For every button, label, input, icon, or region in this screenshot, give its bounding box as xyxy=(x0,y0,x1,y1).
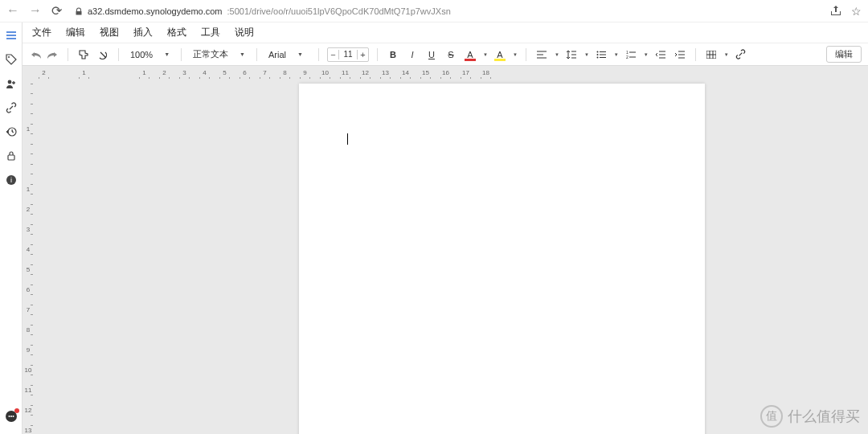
text-cursor xyxy=(347,133,348,145)
lock-icon xyxy=(75,7,83,15)
svg-point-7 xyxy=(8,416,10,417)
paint-format-button[interactable] xyxy=(76,47,91,62)
svg-point-12 xyxy=(596,56,598,58)
highlight-button[interactable]: A xyxy=(493,47,507,62)
chat-icon[interactable] xyxy=(5,410,18,423)
ruler-tick: 6 xyxy=(23,280,34,300)
ruler-tick xyxy=(23,139,34,159)
undo-button[interactable] xyxy=(29,47,43,62)
svg-text:i: i xyxy=(10,176,12,184)
text-color-button[interactable]: A xyxy=(463,47,477,62)
url-host: a32.dsmdemo.synologydemo.com xyxy=(88,6,223,16)
font-size-value[interactable]: 11 xyxy=(339,50,357,59)
watermark-icon: 值 xyxy=(760,405,783,428)
svg-point-0 xyxy=(8,56,10,58)
ruler-tick xyxy=(23,159,34,179)
menu-edit[interactable]: 编辑 xyxy=(66,26,85,39)
ruler-tick: 15 xyxy=(416,69,436,76)
align-button[interactable] xyxy=(534,47,549,62)
line-spacing-button[interactable] xyxy=(564,47,579,62)
ruler-tick: 7 xyxy=(23,300,34,320)
ruler-tick: 12 xyxy=(355,69,375,76)
menu-view[interactable]: 视图 xyxy=(100,26,119,39)
share-user-icon[interactable] xyxy=(5,77,18,90)
ruler-tick: 13 xyxy=(23,420,34,434)
ruler-tick: 1 xyxy=(134,69,154,76)
number-list-button[interactable]: 12 xyxy=(624,47,638,62)
canvas xyxy=(34,79,868,434)
bullet-list-button[interactable] xyxy=(594,47,608,62)
document-page[interactable] xyxy=(299,84,705,434)
font-size-inc[interactable]: + xyxy=(357,50,368,59)
horizontal-ruler[interactable]: 21123456789101112131415161718 xyxy=(34,66,868,79)
forward-button[interactable]: → xyxy=(29,3,42,18)
clear-format-button[interactable] xyxy=(96,47,110,62)
browser-nav: ← → ⟳ xyxy=(6,3,62,18)
style-select[interactable]: 正常文本▼ xyxy=(190,48,248,60)
italic-button[interactable]: I xyxy=(405,47,420,62)
info-icon[interactable]: i xyxy=(5,174,18,186)
zoom-select[interactable]: 100%▼ xyxy=(127,50,173,59)
insert-link-button[interactable] xyxy=(734,47,748,62)
back-button[interactable]: ← xyxy=(6,3,19,18)
ruler-tick: 5 xyxy=(215,69,235,76)
ruler-tick: 4 xyxy=(23,240,34,260)
url-path: :5001/drive/oo/r/uuoi51lpV6QpoCdK70dMtQ7… xyxy=(227,6,451,16)
font-select[interactable]: Arial▼ xyxy=(265,50,310,59)
svg-point-1 xyxy=(7,80,11,84)
ruler-tick xyxy=(23,79,34,99)
ruler-tick: 18 xyxy=(476,69,496,76)
ruler-tick: 11 xyxy=(335,69,355,76)
lock-rail-icon[interactable] xyxy=(5,149,18,162)
ruler-tick xyxy=(23,99,34,119)
ruler-tick: 8 xyxy=(275,69,295,76)
ruler-tick: 4 xyxy=(194,69,215,76)
font-size-dec[interactable]: − xyxy=(328,50,339,59)
ruler-tick: 3 xyxy=(174,69,194,76)
menu-help[interactable]: 说明 xyxy=(235,26,254,39)
svg-rect-3 xyxy=(8,155,14,160)
chevron-down-icon[interactable]: ▼ xyxy=(483,52,488,57)
ruler-tick: 8 xyxy=(23,320,34,340)
menu-file[interactable]: 文件 xyxy=(32,26,51,39)
link-icon[interactable] xyxy=(5,101,18,114)
mode-edit-button[interactable]: 编辑 xyxy=(826,46,862,63)
ruler-area: 21123456789101112131415161718 1123456789… xyxy=(23,66,868,434)
redo-button[interactable] xyxy=(45,47,59,62)
watermark-text: 什么值得买 xyxy=(788,407,860,426)
outdent-button[interactable] xyxy=(653,47,668,62)
indent-button[interactable] xyxy=(673,47,687,62)
table-button[interactable] xyxy=(704,47,719,62)
ruler-tick: 14 xyxy=(395,69,416,76)
share-icon[interactable] xyxy=(830,5,841,18)
svg-point-9 xyxy=(12,416,14,417)
menu-insert[interactable]: 插入 xyxy=(133,26,153,39)
ruler-tick: 2 xyxy=(23,199,34,219)
star-icon[interactable]: ☆ xyxy=(851,5,862,18)
work-area: 文件 编辑 视图 插入 格式 工具 说明 100%▼ 正常文本▼ Arial▼ … xyxy=(23,23,868,434)
bold-button[interactable]: B xyxy=(386,47,400,62)
ruler-tick: 2 xyxy=(154,69,174,76)
ruler-tick: 2 xyxy=(34,69,54,76)
menu-tools[interactable]: 工具 xyxy=(201,26,220,39)
ruler-tick: 3 xyxy=(23,219,34,240)
reload-button[interactable]: ⟳ xyxy=(51,3,62,18)
browser-bar: ← → ⟳ a32.dsmdemo.synologydemo.com:5001/… xyxy=(0,0,868,23)
svg-point-10 xyxy=(596,51,598,52)
menu-format[interactable]: 格式 xyxy=(167,26,186,39)
ruler-tick: 5 xyxy=(23,260,34,280)
ruler-tick: 10 xyxy=(315,69,335,76)
underline-button[interactable]: U xyxy=(424,47,439,62)
chevron-down-icon[interactable]: ▼ xyxy=(513,52,518,57)
vertical-ruler[interactable]: 112345678910111213141516 xyxy=(23,79,34,434)
ruler-tick: 12 xyxy=(23,400,34,420)
tag-icon[interactable] xyxy=(5,53,18,66)
ruler-tick: 17 xyxy=(456,69,476,76)
watermark: 值 什么值得买 xyxy=(760,405,860,428)
url-bar[interactable]: a32.dsmdemo.synologydemo.com:5001/drive/… xyxy=(70,6,822,16)
strike-button[interactable]: S xyxy=(444,47,458,62)
ruler-tick: 16 xyxy=(436,69,456,76)
svg-text:2: 2 xyxy=(626,55,628,59)
menu-icon[interactable] xyxy=(5,29,18,42)
history-icon[interactable] xyxy=(5,125,18,138)
